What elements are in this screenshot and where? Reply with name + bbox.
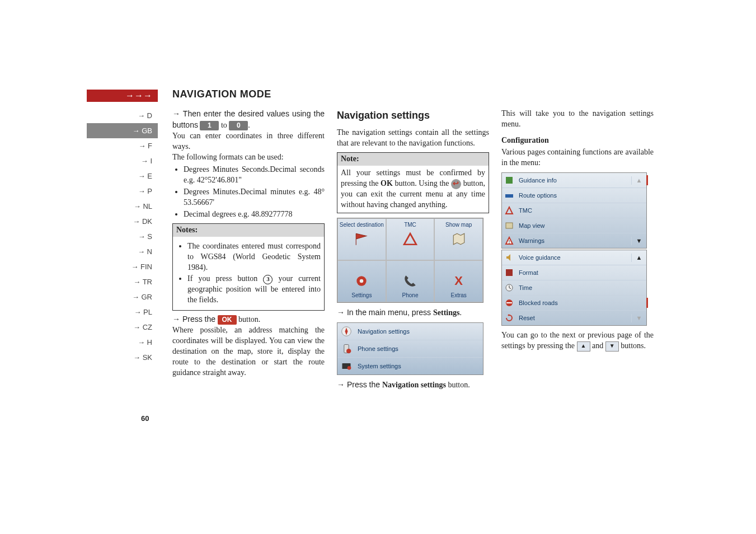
guidance-info-icon (502, 176, 516, 185)
format-icon (502, 268, 516, 277)
tmc-triangle-icon (402, 231, 419, 247)
cfg-warnings[interactable]: ! Warnings ▼ (502, 233, 646, 248)
button-3-icon[interactable]: 3 (263, 275, 273, 284)
col3-p3-suffix: buttons. (621, 341, 646, 350)
col3-p1: This will take you to the navigation set… (501, 109, 654, 130)
submenu-nav-settings[interactable]: Navigation settings (337, 323, 483, 340)
col1-to: to (221, 121, 227, 129)
destination-flag-icon (353, 231, 370, 247)
sidebar-item-cz[interactable]: → CZ (87, 320, 158, 335)
press-prefix: → Press the (172, 315, 215, 324)
sidebar-item-gb[interactable]: → GB (87, 123, 158, 138)
sidebar-item-h[interactable]: → H (87, 335, 158, 350)
mm-label-phone: Phone (402, 292, 419, 299)
scroll-up-button-2[interactable]: ▲ (631, 254, 646, 262)
cfg-label-guidance: Guidance info (516, 176, 631, 185)
cfg-label-tmc: TMC (516, 207, 631, 215)
mm-show-map[interactable]: Show map (434, 218, 483, 260)
scroll-up-button[interactable]: ▲ (631, 176, 646, 185)
svg-rect-14 (506, 302, 512, 303)
submenu-phone-settings[interactable]: Phone settings (337, 340, 483, 357)
cfg-voice-guidance[interactable]: Voice guidance ▲ (502, 250, 646, 265)
mm-settings[interactable]: Settings (337, 260, 386, 302)
col3-p3: You can go to the next or previous page … (501, 330, 654, 352)
cfg-tmc[interactable]: TMC (502, 203, 646, 218)
cfg-label-warnings: Warnings (516, 237, 631, 245)
map-view-icon (502, 221, 516, 230)
page-up-button[interactable]: ▲ (577, 341, 590, 352)
sidebar-item-p[interactable]: → P (87, 184, 158, 199)
scroll-down-button-2[interactable]: ▼ (631, 314, 646, 322)
cfg-time[interactable]: Time (502, 280, 646, 295)
submenu-system-settings[interactable]: System settings (337, 357, 483, 374)
mm-label-map: Show map (445, 221, 472, 229)
svg-rect-11 (506, 269, 513, 276)
cfg-label-mapview: Map view (516, 222, 631, 230)
sidebar-item-sk[interactable]: → SK (87, 350, 158, 365)
page-down-button[interactable]: ▼ (605, 341, 619, 352)
sidebar-item-tr[interactable]: → TR (87, 274, 158, 289)
tmc-small-icon (502, 206, 516, 215)
config-group-1: Guidance info ▲ Route options TMC (501, 172, 647, 249)
col1-bullet-1: Degrees Minutes Seconds.Decimal seconds … (184, 165, 325, 186)
col1-press-ok: → Press the OK button. (172, 314, 325, 325)
sidebar-item-i[interactable]: → I (87, 153, 158, 168)
cfg-map-view[interactable]: Map view (502, 218, 646, 233)
sidebar-item-pl[interactable]: → PL (87, 305, 158, 320)
config-group-2: Voice guidance ▲ Format Time (501, 250, 647, 326)
cfg-route-options[interactable]: Route options (502, 188, 646, 203)
mm-tmc[interactable]: TMC (386, 218, 435, 260)
mm-select-destination[interactable]: Select destination (337, 218, 386, 260)
clock-icon (502, 283, 516, 292)
mm-label-extras: Extras (451, 292, 467, 299)
cfg-label-voice: Voice guidance (516, 254, 631, 262)
sidebar-item-s[interactable]: → S (87, 229, 158, 244)
cfg-guidance-info[interactable]: Guidance info ▲ (502, 173, 646, 188)
col3-p2: Various pages containing functions are a… (501, 147, 654, 168)
step2-prefix: → Press the (337, 380, 382, 389)
note-title-2: Note: (337, 153, 489, 166)
submenu-label-phone: Phone settings (358, 345, 398, 353)
page-number: 60 (141, 414, 149, 423)
col1-p1-suffix: . (248, 121, 250, 129)
sidebar-item-fin[interactable]: → FIN (87, 259, 158, 274)
svg-point-6 (348, 366, 351, 370)
sidebar-item-gr[interactable]: → GR (87, 289, 158, 305)
cfg-reset[interactable]: Reset ▼ (502, 310, 646, 325)
notes-title: Notes: (173, 224, 324, 237)
extras-x-icon: X (450, 273, 467, 289)
sidebar-item-d[interactable]: → D (87, 108, 158, 123)
col1-p1: → Then enter the desired values using th… (172, 109, 325, 131)
map-icon (450, 231, 467, 247)
ok-button[interactable]: OK (218, 315, 237, 325)
step1-suffix: . (459, 308, 462, 317)
sidebar-item-nl[interactable]: → NL (87, 199, 158, 214)
mm-extras[interactable]: X Extras (434, 260, 483, 302)
config-menu-screenshot: Guidance info ▲ Route options TMC (501, 172, 647, 326)
scroll-down-button-1[interactable]: ▼ (631, 237, 646, 245)
digit-0-button[interactable]: 0 (229, 121, 248, 130)
note-box-2: Note: All your settings must be confirme… (337, 152, 489, 213)
sidebar-item-n[interactable]: → N (87, 244, 158, 259)
mm-phone[interactable]: Phone (386, 260, 435, 302)
compass-icon (341, 326, 352, 337)
svg-rect-7 (506, 177, 513, 184)
notes-b2-prefix: If you press button (187, 274, 257, 283)
col2-step2: → Press the Navigation settings button. (337, 380, 489, 391)
back-icon[interactable] (451, 179, 461, 189)
cfg-label-format: Format (516, 269, 631, 277)
cfg-blocked-roads[interactable]: Blocked roads (502, 295, 646, 310)
sidebar-item-f[interactable]: → F (87, 138, 158, 153)
phone-settings-icon (341, 343, 352, 354)
warnings-icon: ! (502, 236, 516, 245)
cfg-format[interactable]: Format (502, 265, 646, 280)
col2-step1: → In the main menu, press Settings. (337, 307, 489, 318)
sidebar-item-e[interactable]: → E (87, 168, 158, 184)
column-1: → Then enter the desired values using th… (172, 109, 325, 391)
digit-1-button[interactable]: 1 (200, 121, 219, 130)
press-suffix: button. (238, 315, 260, 324)
notes-box: Notes: The coordinates entered must corr… (172, 223, 325, 311)
settings-submenu-screenshot: Navigation settings Phone settings Syste… (337, 322, 483, 375)
sidebar-item-dk[interactable]: → DK (87, 214, 158, 229)
col3-and: and (592, 341, 603, 350)
